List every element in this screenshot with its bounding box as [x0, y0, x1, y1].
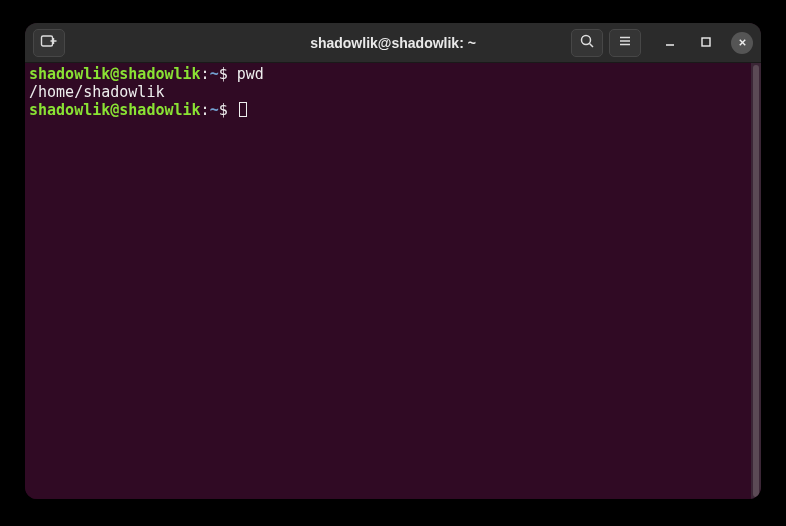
prompt-path: ~	[210, 65, 219, 83]
terminal-line: shadowlik@shadowlik:~$	[29, 101, 747, 119]
window-controls	[659, 32, 753, 54]
prompt-dollar: $	[219, 65, 228, 83]
command-text: pwd	[228, 65, 264, 83]
terminal-line: shadowlik@shadowlik:~$ pwd	[29, 65, 747, 83]
hamburger-menu-icon	[617, 33, 633, 52]
terminal-line: /home/shadowlik	[29, 83, 747, 101]
prompt-userhost: shadowlik@shadowlik	[29, 65, 201, 83]
scrollbar-thumb[interactable]	[753, 65, 759, 497]
search-button[interactable]	[571, 29, 603, 57]
titlebar-right	[571, 29, 761, 57]
scrollbar[interactable]	[751, 63, 761, 499]
svg-rect-9	[702, 38, 710, 46]
new-tab-button[interactable]	[33, 29, 65, 57]
cursor-block	[239, 102, 247, 117]
close-icon	[737, 35, 748, 51]
new-tab-icon	[40, 33, 58, 52]
terminal-window: shadowlik@shadowlik: ~	[25, 23, 761, 499]
terminal-body-wrap: shadowlik@shadowlik:~$ pwd/home/shadowli…	[25, 63, 761, 499]
menu-button[interactable]	[609, 29, 641, 57]
svg-point-3	[582, 36, 591, 45]
minimize-button[interactable]	[659, 32, 681, 54]
prompt-separator: :	[201, 65, 210, 83]
search-icon	[579, 33, 595, 52]
close-button[interactable]	[731, 32, 753, 54]
output-text: /home/shadowlik	[29, 83, 164, 101]
maximize-icon	[700, 35, 712, 51]
prompt-separator: :	[201, 101, 210, 119]
prompt-dollar: $	[219, 101, 228, 119]
svg-line-4	[590, 44, 594, 48]
prompt-userhost: shadowlik@shadowlik	[29, 101, 201, 119]
titlebar[interactable]: shadowlik@shadowlik: ~	[25, 23, 761, 63]
command-text	[228, 101, 237, 119]
prompt-path: ~	[210, 101, 219, 119]
minimize-icon	[664, 35, 676, 51]
titlebar-left	[25, 29, 65, 57]
maximize-button[interactable]	[695, 32, 717, 54]
terminal-body[interactable]: shadowlik@shadowlik:~$ pwd/home/shadowli…	[25, 63, 751, 499]
